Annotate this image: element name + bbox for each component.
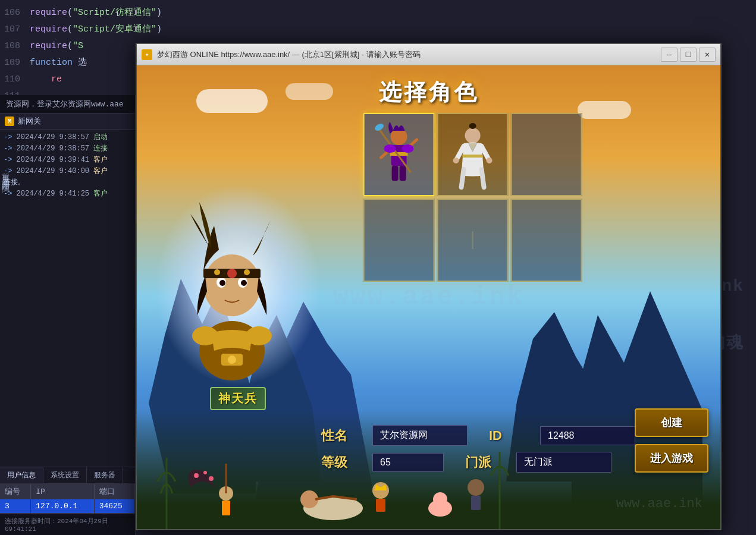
char-name-text: 神天兵 (218, 391, 258, 407)
cell-ip: 127.0.0.1 (31, 499, 94, 514)
data-table: 编号 IP 端口 3 127.0.0.1 34625 (0, 484, 135, 514)
line-content: require("Script/安卓通信") (30, 21, 756, 38)
window-titlebar: ✦ 梦幻西游 ONLINE https://www.aae.ink/ — (北京… (137, 44, 720, 65)
col-header-num: 编号 (0, 484, 31, 499)
game-window: ✦ 梦幻西游 ONLINE https://www.aae.ink/ — (北京… (136, 43, 722, 530)
svg-rect-10 (471, 496, 481, 510)
cell-port: 34625 (94, 499, 134, 514)
log-arrow: -> (4, 144, 12, 153)
char-cell-3[interactable] (510, 113, 582, 196)
portrait-splash (155, 184, 321, 410)
table-row[interactable]: 3 127.0.0.1 34625 (0, 499, 135, 514)
char-art-purple (372, 119, 425, 190)
svg-rect-1 (222, 501, 230, 515)
code-line-106: 106 require("Script/彷程通信") (0, 5, 756, 21)
svg-point-16 (203, 254, 261, 316)
char-cell-5[interactable] (437, 199, 508, 282)
enter-game-button[interactable]: 进入游戏 (635, 444, 708, 473)
line-number: 106 (0, 5, 30, 21)
svg-point-25 (244, 269, 250, 275)
svg-point-12 (203, 471, 207, 474)
code-line-107: 107 require("Script/安卓通信") (0, 21, 756, 38)
svg-rect-34 (399, 166, 406, 181)
cloud-3 (286, 83, 333, 100)
char-art-scholar (446, 119, 499, 190)
log-arrow: -> (4, 190, 12, 198)
line-number: 110 (0, 71, 30, 88)
window-title: 梦幻西游 ONLINE https://www.aae.ink/ — (北京1区… (157, 49, 661, 60)
line-number: 108 (0, 38, 30, 55)
tab-server[interactable]: 服务器 (87, 467, 123, 483)
svg-point-38 (401, 144, 413, 153)
svg-point-23 (227, 269, 237, 278)
char-cell-2[interactable] (437, 113, 508, 196)
svg-point-26 (192, 326, 218, 345)
log-entry: -> 2024/4/29 9:38:57 启动 (4, 132, 131, 142)
info-value-id: 12488 (540, 426, 635, 445)
status-bar: 连接服务器时间：2024年04月29日 09:41:21 (0, 514, 135, 535)
char-portrait-svg (155, 184, 309, 386)
panel-header-text: 资源网，登录艾尔资源网www.aae (6, 100, 124, 109)
log-entry: 连接。 (4, 177, 131, 187)
info-row-level: 等级 65 门派 无门派 (321, 452, 625, 473)
log-entry: -> 2024/4/29 9:39:41 客户 (4, 155, 131, 165)
svg-point-37 (384, 144, 396, 153)
col-header-ip: IP (31, 484, 94, 499)
char-cell-6[interactable] (510, 199, 582, 282)
svg-rect-41 (462, 155, 482, 158)
svg-point-13 (209, 476, 214, 481)
gate-icon: M (5, 117, 14, 126)
svg-point-29 (228, 355, 236, 364)
tab-system-settings[interactable]: 系统设置 (43, 467, 87, 483)
action-buttons: 创建 进入游戏 (635, 408, 708, 473)
window-icon: ✦ (142, 49, 152, 60)
svg-point-39 (465, 128, 480, 143)
info-value-level: 65 (372, 453, 444, 472)
svg-point-9 (468, 479, 484, 496)
char-cell-4[interactable] (363, 199, 434, 282)
info-row-name: 性名 艾尔资源网 ID 12488 (321, 425, 625, 446)
info-value-name: 艾尔资源网 (372, 425, 468, 446)
line-content: require("Script/彷程通信") (30, 5, 756, 21)
line-number: 107 (0, 21, 30, 38)
tab-user-info[interactable]: 用户信息 (0, 467, 43, 483)
new-gate-label[interactable]: 新网关 (18, 116, 41, 127)
svg-point-24 (214, 269, 220, 275)
minimize-button[interactable]: — (661, 48, 677, 62)
char-grid (363, 113, 582, 282)
char-info-bar: 性名 艾尔资源网 ID 12488 等级 65 门派 无门派 (321, 425, 625, 473)
svg-point-40 (469, 123, 476, 129)
svg-rect-33 (391, 166, 398, 181)
svg-point-43 (486, 158, 492, 163)
close-button[interactable]: ✕ (699, 48, 716, 62)
new-gate-area: M 新网关 (0, 114, 135, 130)
maximize-button[interactable]: □ (680, 48, 697, 62)
svg-rect-6 (376, 499, 385, 512)
char-name-badge: 神天兵 (210, 387, 266, 410)
log-entry: -> 2024/4/29 9:38:57 连接 (4, 143, 131, 153)
log-entry: -> 2024/4/29 9:41:25 客户 (4, 188, 131, 199)
svg-point-20 (241, 280, 247, 286)
col-header-port: 端口 (94, 484, 134, 499)
create-button[interactable]: 创建 (635, 408, 708, 437)
info-label-faction: 门派 (465, 454, 507, 471)
cell-num: 3 (0, 499, 31, 514)
char-select-title: 选择角色 (379, 77, 479, 108)
info-label-level: 等级 (321, 454, 363, 471)
tab-bar: 用户信息 系统设置 服务器 (0, 467, 135, 484)
log-area: -> 2024/4/29 9:38:57 启动 -> 2024/4/29 9:3… (0, 130, 135, 467)
svg-point-30 (390, 128, 407, 145)
svg-point-11 (194, 473, 199, 478)
window-controls: — □ ✕ (661, 48, 716, 62)
svg-point-19 (219, 280, 225, 286)
game-content: www.aae.ink www.aae.ink 选择角色 (137, 65, 720, 529)
char-cell-1[interactable] (363, 113, 434, 196)
left-panel: 资源网，登录艾尔资源网www.aae M 新网关 -> 2024/4/29 9:… (0, 95, 136, 535)
sidebar-vertical-text: 我当最男人动务肉活勾魂阿 (0, 166, 11, 181)
line-number: 109 (0, 55, 30, 71)
game-watermark-center: www.aae.ink (333, 283, 524, 311)
char-portrait: 神天兵 (155, 184, 321, 410)
svg-point-8 (433, 492, 447, 506)
info-label-id: ID (489, 428, 531, 443)
log-entry: -> 2024/4/29 9:40:00 客户 (4, 166, 131, 176)
